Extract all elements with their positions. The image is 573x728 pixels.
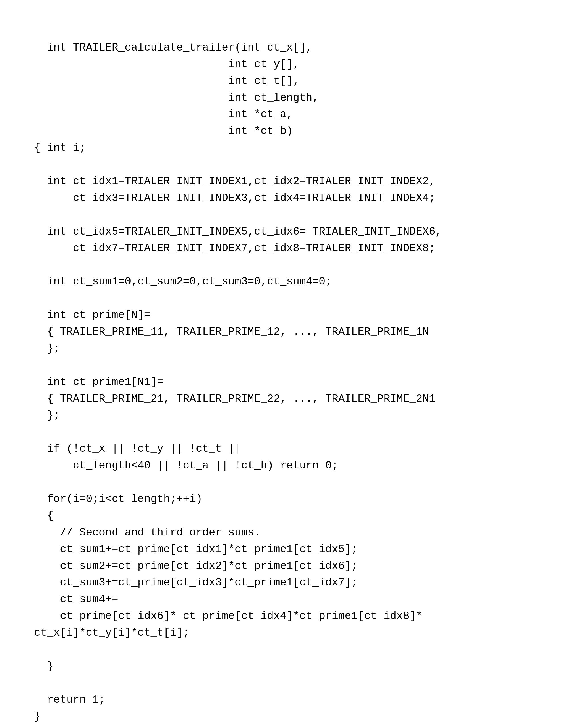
code-block: int TRAILER_calculate_trailer(int ct_x[]… (17, 11, 556, 728)
code-text: int TRAILER_calculate_trailer(int ct_x[]… (34, 42, 442, 723)
